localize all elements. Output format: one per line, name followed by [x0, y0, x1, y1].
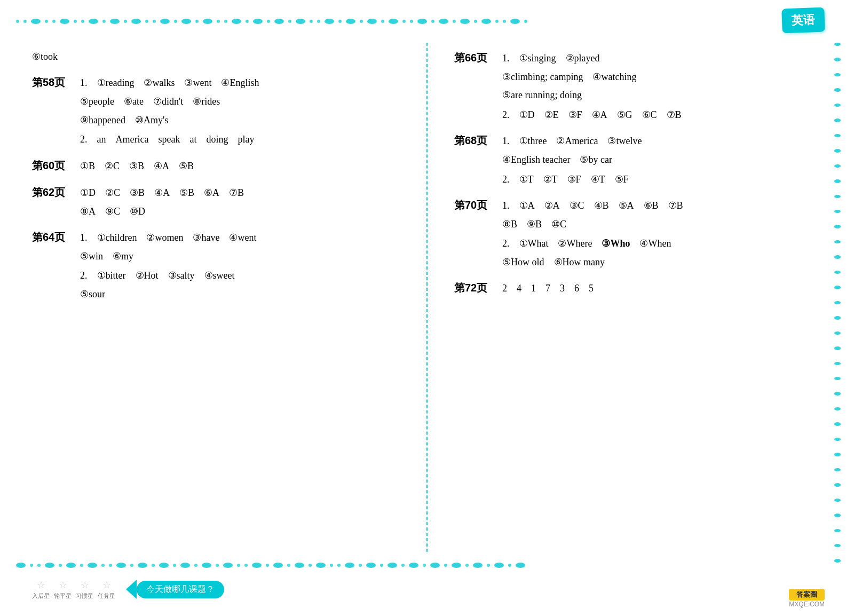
dot — [494, 563, 504, 568]
dot — [89, 19, 98, 24]
dot — [452, 563, 461, 568]
entry-items: ①B ②C ③B ④A ⑤B — [80, 157, 194, 175]
item-text: ⑤people — [80, 93, 114, 110]
dot — [101, 564, 105, 567]
dot — [202, 563, 211, 568]
right-column: 第66页 1. ①singing ②played ③climbing; camp… — [438, 43, 822, 552]
item-text: ②Hot — [136, 267, 159, 284]
dot — [194, 564, 197, 567]
star-label: 任务星 — [98, 592, 115, 600]
item-text: ⑦didn't — [153, 93, 183, 110]
bottom-border — [16, 557, 838, 573]
arrow-left — [126, 580, 137, 599]
dot — [834, 377, 841, 380]
item-num: 2. — [80, 267, 88, 284]
item-text: ⑦B — [667, 106, 682, 123]
entry-row: 2. an America speak at doing play — [32, 131, 400, 148]
item-num: 1. — [80, 74, 88, 91]
dot — [253, 19, 263, 24]
entry-row: 第58页 1. ①reading ②walks ③went ④English — [32, 73, 400, 92]
dot — [834, 73, 841, 76]
dot — [516, 563, 525, 568]
entry-p58: 第58页 1. ①reading ②walks ③went ④English ⑤… — [32, 73, 400, 148]
today-label: 今天做哪几课题？ — [137, 581, 224, 598]
column-divider — [426, 43, 428, 552]
entry-row: 第62页 ①D ②C ③B ④A ⑤B ⑥A ⑦B — [32, 183, 400, 202]
entry-row: 第70页 1. ①A ②A ③C ④B ⑤A ⑥B ⑦B — [454, 195, 822, 215]
entry-items: 2. ①bitter ②Hot ③salty ④sweet — [80, 267, 234, 284]
item-text: 2 — [502, 280, 507, 297]
indent-line: ⑨happened ⑩Amy's — [32, 112, 400, 129]
dot — [834, 407, 841, 410]
dot — [31, 19, 41, 24]
dot — [317, 20, 320, 23]
top-border — [16, 11, 838, 32]
item-text: doing — [206, 131, 228, 148]
dot — [401, 564, 405, 567]
dot — [267, 20, 270, 23]
dot — [366, 563, 376, 568]
dot — [359, 564, 362, 567]
dot — [834, 119, 841, 122]
page-label: 第64页 — [32, 227, 80, 247]
item-text: ⑨happened — [80, 112, 125, 129]
dot — [367, 19, 377, 24]
dot — [417, 19, 427, 24]
entry-items: ⑥took — [32, 48, 58, 65]
dot — [102, 20, 106, 23]
dot — [173, 564, 176, 567]
dot — [174, 20, 177, 23]
entry-row: 2. ①bitter ②Hot ③salty ④sweet — [32, 267, 400, 284]
dot — [195, 20, 199, 23]
dot — [473, 563, 483, 568]
star-label: 习惯星 — [76, 592, 93, 600]
item-num: 2. — [502, 106, 510, 123]
watermark-text1: 答案圈 — [796, 590, 817, 598]
dot — [131, 19, 141, 24]
dot — [345, 563, 354, 568]
item-text: ⑧A — [80, 203, 96, 220]
dot — [217, 20, 220, 23]
item-text: ②played — [566, 50, 600, 67]
dot — [524, 20, 527, 23]
dot — [309, 564, 312, 567]
indent-line: ⑤sour — [32, 286, 400, 303]
entry-p62: 第62页 ①D ②C ③B ④A ⑤B ⑥A ⑦B ⑧A ⑨C ⑩D — [32, 183, 400, 220]
dot — [45, 20, 48, 23]
item-text: ⑩C — [551, 216, 566, 233]
item-text: at — [189, 131, 196, 148]
dot — [325, 19, 334, 24]
dot — [431, 20, 434, 23]
item-text: ④went — [229, 229, 256, 246]
dot — [153, 20, 156, 23]
entry-items: 1. ①reading ②walks ③went ④English — [80, 74, 259, 91]
entry-items: 1. ①singing ②played — [502, 50, 600, 67]
item-text: ③B — [130, 184, 145, 201]
dot — [834, 346, 841, 350]
dot — [273, 563, 283, 568]
dot — [159, 563, 169, 568]
dot — [410, 20, 413, 23]
entry-items: ①D ②C ③B ④A ⑤B ⑥A ⑦B — [80, 184, 244, 201]
item-text: ⑩D — [130, 203, 145, 220]
item-num: 1. — [502, 132, 510, 149]
dot — [216, 564, 219, 567]
dot — [81, 20, 84, 23]
dot — [834, 499, 841, 502]
dot — [381, 20, 384, 23]
dot — [130, 564, 133, 567]
entry-row: 第60页 ①B ②C ③B ④A ⑤B — [32, 156, 400, 175]
entry-row: 2. ①D ②E ③F ④A ⑤G ⑥C ⑦B — [454, 106, 822, 123]
dot — [337, 564, 341, 567]
item-text: ③salty — [168, 267, 195, 284]
dot — [834, 468, 841, 471]
dot — [465, 564, 469, 567]
item-text: ⑥took — [32, 48, 58, 65]
watermark-area: 答案圈 MXQE.COM — [789, 589, 825, 608]
dot — [16, 563, 26, 568]
item-text: ①T — [519, 171, 534, 188]
indent-line: ⑤win ⑥my — [32, 248, 400, 265]
item-text: ④watching — [592, 68, 636, 85]
star-icon: ☆ — [59, 579, 67, 591]
dot — [834, 438, 841, 441]
